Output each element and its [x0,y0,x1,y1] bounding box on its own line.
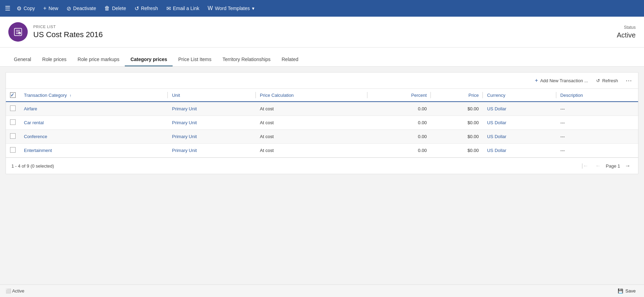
email-icon: ✉ [166,5,171,12]
tab-related[interactable]: Related [276,53,304,66]
email-link-button[interactable]: ✉ Email a Link [162,3,203,14]
currency-link[interactable]: US Dollar [487,134,506,139]
status-label: Status [617,25,636,30]
header-status: Status Active [617,25,636,39]
tab-general[interactable]: General [8,53,37,66]
transaction-category-link[interactable]: Airfare [24,106,37,111]
cell-percent: 0.00 [367,130,431,144]
cell-percent: 0.00 [367,116,431,130]
grid-refresh-button[interactable]: ↺ Refresh [593,77,621,85]
data-table: ✓ Transaction Category ↑ Unit Price Calc… [6,89,638,158]
select-all-checkbox[interactable]: ✓ [10,92,16,98]
nav-icon[interactable]: ☰ [3,2,12,14]
next-page-button[interactable]: → [623,161,633,170]
cell-price: $0.00 [431,144,483,158]
col-header-unit[interactable]: Unit [168,89,256,102]
tab-category-prices[interactable]: Category prices [125,53,173,66]
tab-price-list-items[interactable]: Price List Items [173,53,217,66]
status-indicator-icon: ⬜ [6,288,11,294]
currency-link[interactable]: US Dollar [487,120,506,125]
row-checkbox[interactable] [10,105,16,111]
cell-unit: Primary Unit [168,116,256,130]
unit-link[interactable]: Primary Unit [172,148,197,153]
table-row[interactable]: Car rental Primary Unit At cost 0.00 $0.… [6,116,638,130]
cell-price: $0.00 [431,130,483,144]
col-header-currency[interactable]: Currency [483,89,556,102]
copy-button[interactable]: ⚙ Copy [12,3,39,14]
row-checkbox-cell[interactable] [6,102,20,116]
status-value: Active [617,31,636,39]
row-checkbox[interactable] [10,119,16,125]
tabs-container: General Role prices Role price markups C… [0,53,644,67]
page-title: US Cost Rates 2016 [33,30,617,39]
unit-link[interactable]: Primary Unit [172,106,197,111]
transaction-category-link[interactable]: Conference [24,134,47,139]
grid-container: + Add New Transaction ... ↺ Refresh ⋯ ✓ … [6,72,638,174]
cell-percent: 0.00 [367,144,431,158]
currency-link[interactable]: US Dollar [487,106,506,111]
row-checkbox[interactable] [10,133,16,139]
transaction-category-link[interactable]: Car rental [24,120,44,125]
unit-link[interactable]: Primary Unit [172,134,197,139]
cell-currency: US Dollar [483,102,556,116]
cell-unit: Primary Unit [168,102,256,116]
more-options-icon[interactable]: ⋯ [624,75,634,86]
row-checkbox[interactable] [10,147,16,153]
col-header-description[interactable]: Description [556,89,638,102]
tab-role-price-markups[interactable]: Role price markups [72,53,125,66]
transaction-category-link[interactable]: Entertainment [24,148,52,153]
cell-transaction-category: Entertainment [20,144,168,158]
page-header: $ PRICE LIST US Cost Rates 2016 Status A… [0,17,644,48]
page-controls: |← ← Page 1 → [580,161,633,170]
entity-type-label: PRICE LIST [33,25,617,29]
cell-price: $0.00 [431,102,483,116]
table-row[interactable]: Conference Primary Unit At cost 0.00 $0.… [6,130,638,144]
row-checkbox-cell[interactable] [6,116,20,130]
cell-price-calculation: At cost [256,116,368,130]
save-icon: 💾 [618,288,623,294]
prev-page-button[interactable]: ← [593,161,603,170]
grid-refresh-icon: ↺ [596,78,600,83]
sort-icon: ↑ [69,93,71,97]
status-bar-right: 💾 Save [615,287,638,295]
tab-territory-relationships[interactable]: Territory Relationships [217,53,276,66]
row-checkbox-cell[interactable] [6,144,20,158]
cell-price: $0.00 [431,116,483,130]
cell-description: --- [556,130,638,144]
unit-link[interactable]: Primary Unit [172,120,197,125]
cell-price-calculation: At cost [256,130,368,144]
table-row[interactable]: Airfare Primary Unit At cost 0.00 $0.00 … [6,102,638,116]
add-new-transaction-button[interactable]: + Add New Transaction ... [532,76,591,85]
cell-transaction-category: Conference [20,130,168,144]
col-header-price-calculation[interactable]: Price Calculation [256,89,368,102]
col-header-transaction-category[interactable]: Transaction Category ↑ [20,89,168,102]
cell-currency: US Dollar [483,144,556,158]
col-header-percent[interactable]: Percent [367,89,431,102]
toolbar: ☰ ⚙ Copy + New ⊘ Deactivate 🗑 Delete ↺ R… [0,0,644,17]
cell-price-calculation: At cost [256,144,368,158]
cell-currency: US Dollar [483,116,556,130]
new-icon: + [43,5,46,11]
col-header-price[interactable]: Price [431,89,483,102]
select-all-header[interactable]: ✓ [6,89,20,102]
pagination-summary: 1 - 4 of 9 (0 selected) [11,163,54,169]
word-templates-button[interactable]: W Word Templates ▾ [203,3,259,14]
cell-transaction-category: Car rental [20,116,168,130]
price-list-icon: $ [13,27,23,37]
cell-description: --- [556,102,638,116]
new-button[interactable]: + New [39,3,62,14]
table-row[interactable]: Entertainment Primary Unit At cost 0.00 … [6,144,638,158]
save-button[interactable]: 💾 Save [615,287,638,295]
row-checkbox-cell[interactable] [6,130,20,144]
avatar: $ [8,22,28,42]
cell-currency: US Dollar [483,130,556,144]
deactivate-button[interactable]: ⊘ Deactivate [62,3,100,14]
refresh-button[interactable]: ↺ Refresh [130,3,162,14]
first-page-button[interactable]: |← [580,161,591,170]
cell-percent: 0.00 [367,102,431,116]
page-label: Page 1 [606,163,620,169]
currency-link[interactable]: US Dollar [487,148,506,153]
delete-button[interactable]: 🗑 Delete [100,3,130,14]
delete-icon: 🗑 [104,5,110,11]
tab-role-prices[interactable]: Role prices [37,53,72,66]
